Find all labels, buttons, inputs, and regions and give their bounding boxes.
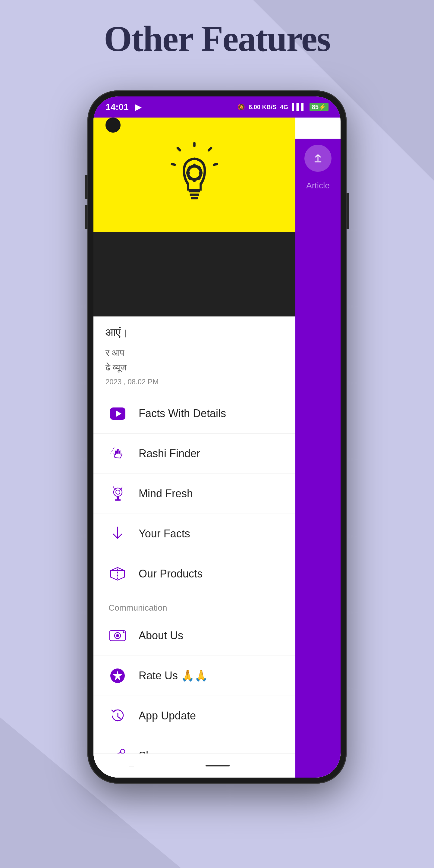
star-circle-icon	[108, 667, 127, 685]
nav-home-indicator[interactable]	[206, 765, 230, 767]
svg-rect-17	[191, 197, 198, 199]
svg-point-30	[116, 634, 119, 637]
svg-line-2	[214, 164, 217, 165]
status-time: 14:01	[105, 102, 129, 112]
rate-us-label: Rate Us 🙏🙏	[138, 670, 208, 682]
front-camera	[105, 118, 121, 133]
svg-rect-16	[190, 193, 199, 196]
svg-point-6	[189, 167, 199, 178]
hindi-text-2: र आप ढे व्यूज	[105, 346, 283, 375]
nav-back-gesture: —	[129, 763, 134, 769]
clock-refresh-icon	[108, 707, 127, 725]
svg-line-35	[118, 717, 120, 718]
svg-point-36	[121, 749, 125, 753]
menu-item-our-products[interactable]: Our Products	[93, 554, 296, 594]
svg-rect-10	[199, 172, 202, 174]
status-notification-icon: ▶	[135, 102, 141, 112]
hand-sparkle-icon	[108, 444, 127, 463]
about-us-label: About Us	[138, 629, 183, 642]
your-facts-label: Your Facts	[138, 527, 190, 540]
app-update-label: App Update	[138, 710, 196, 722]
timestamp: 2023 , 08.02 PM	[105, 378, 283, 386]
dark-content-area	[93, 232, 296, 316]
svg-rect-8	[193, 179, 195, 182]
vol-up-button	[85, 175, 87, 199]
power-button	[347, 193, 349, 229]
svg-rect-7	[193, 164, 195, 167]
facts-with-details-label: Facts With Details	[138, 407, 226, 420]
menu-item-rashi-finder[interactable]: Rashi Finder	[93, 434, 296, 474]
upload-button[interactable]	[304, 145, 332, 172]
status-mute-icon: 🔕	[238, 103, 245, 111]
camera-id-icon	[108, 627, 127, 645]
status-right: 🔕 6.00 KB/S 4G ▌▌▌ 85⚡	[238, 103, 329, 111]
svg-line-4	[172, 164, 175, 165]
svg-rect-15	[189, 190, 200, 193]
menu-item-about-us[interactable]: About Us	[93, 616, 296, 656]
menu-item-mind-fresh[interactable]: Mind Fresh	[93, 474, 296, 514]
menu-item-your-facts[interactable]: Your Facts	[93, 514, 296, 554]
communication-section-header: Communication	[93, 594, 296, 616]
status-network: 4G	[280, 104, 288, 111]
phone-screen: Article	[93, 118, 341, 778]
menu-item-app-update[interactable]: App Update	[93, 696, 296, 736]
menu-drawer: Facts With Details Rashi Finder	[93, 394, 296, 778]
svg-point-21	[116, 490, 120, 494]
arrow-down-icon	[108, 525, 127, 543]
svg-point-31	[123, 631, 124, 633]
box-icon	[108, 565, 127, 583]
brain-gear-icon	[108, 485, 127, 503]
svg-rect-23	[115, 499, 121, 501]
youtube-icon	[108, 404, 127, 423]
lightbulb-icon	[164, 142, 224, 208]
hindi-text-area: आएं। र आप ढे व्यूज 2023 , 08.02 PM	[93, 316, 296, 394]
svg-rect-9	[186, 172, 190, 174]
rashi-finder-label: Rashi Finder	[138, 447, 200, 460]
phone-mockup: 14:01 ▶ 🔕 6.00 KB/S 4G ▌▌▌ 85⚡	[87, 90, 347, 784]
mind-fresh-label: Mind Fresh	[138, 487, 193, 500]
svg-line-3	[178, 148, 180, 150]
phone-inner-screen: 14:01 ▶ 🔕 6.00 KB/S 4G ▌▌▌ 85⚡	[93, 96, 341, 778]
app-header	[93, 118, 296, 232]
status-left: 14:01 ▶	[105, 102, 141, 112]
menu-item-facts-with-details[interactable]: Facts With Details	[93, 394, 296, 434]
right-side-panel: Article	[296, 138, 341, 778]
status-signal-icon: ▌▌▌	[292, 103, 306, 111]
svg-line-1	[209, 148, 211, 150]
status-kb: 6.00 KB/S	[249, 104, 276, 111]
battery-indicator: 85⚡	[310, 103, 329, 111]
article-label: Article	[306, 181, 330, 190]
status-bar: 14:01 ▶ 🔕 6.00 KB/S 4G ▌▌▌ 85⚡	[93, 96, 341, 118]
vol-down-button	[85, 205, 87, 229]
our-products-label: Our Products	[138, 567, 203, 580]
menu-item-rate-us[interactable]: Rate Us 🙏🙏	[93, 656, 296, 696]
page-title: Other Features	[0, 18, 434, 60]
hindi-text-1: आएं।	[105, 324, 283, 341]
